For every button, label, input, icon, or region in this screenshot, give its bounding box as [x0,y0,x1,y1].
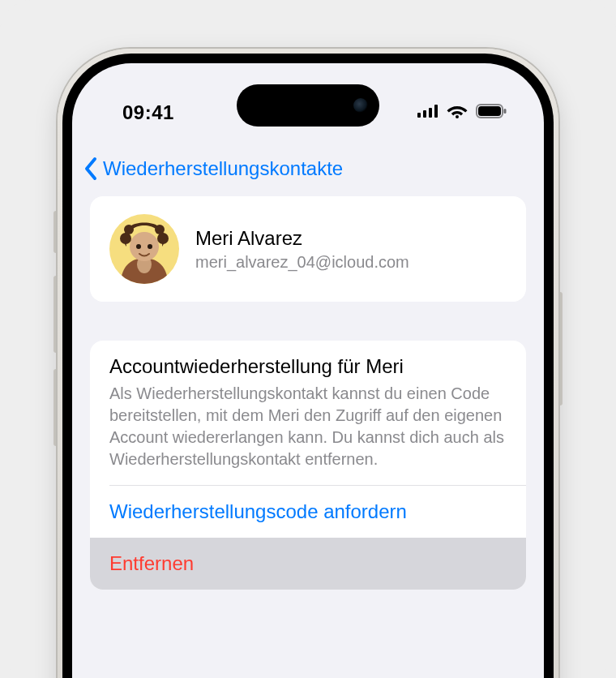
contact-email: meri_alvarez_04@icloud.com [195,253,409,272]
back-button[interactable]: Wiederherstellungskontakte [82,157,343,181]
cellular-icon [417,105,438,121]
back-button-label: Wiederherstellungskontakte [103,157,343,180]
svg-rect-3 [434,105,438,118]
recovery-description: Als Wiederherstellungskontakt kannst du … [109,383,507,470]
svg-rect-2 [429,108,432,118]
svg-rect-1 [423,110,426,118]
svg-rect-6 [478,106,501,116]
chevron-left-icon [82,157,100,181]
contact-name: Meri Alvarez [195,227,409,250]
svg-point-11 [130,232,159,261]
svg-rect-0 [417,113,421,118]
svg-rect-7 [504,109,507,114]
battery-icon [476,104,507,122]
request-recovery-code-button[interactable]: Wiederherstellungscode anfordern [90,486,526,538]
svg-point-17 [148,244,152,249]
recovery-card: Accountwiederherstellung für Meri Als Wi… [90,341,526,590]
svg-point-13 [157,233,169,244]
svg-point-12 [120,233,131,244]
wifi-icon [447,104,468,122]
recovery-header: Accountwiederherstellung für Meri Als Wi… [90,341,526,485]
svg-point-16 [136,244,141,249]
remove-button[interactable]: Entfernen [90,538,526,590]
spacer [90,302,526,341]
navigation-bar: Wiederherstellungskontakte [72,144,544,193]
contact-info: Meri Alvarez meri_alvarez_04@icloud.com [195,227,409,272]
svg-point-15 [155,225,165,234]
screen-content: Meri Alvarez meri_alvarez_04@icloud.com … [72,196,544,678]
iphone-mock: 09:41 [58,49,558,678]
svg-point-4 [456,115,459,118]
recovery-title: Accountwiederherstellung für Meri [109,355,507,378]
page-background: 09:41 [0,0,616,678]
front-camera-icon [353,98,368,113]
contact-card: Meri Alvarez meri_alvarez_04@icloud.com [90,196,526,302]
svg-point-14 [124,225,134,234]
dynamic-island [237,84,379,127]
status-indicators [417,104,507,122]
phone-screen: 09:41 [72,63,544,678]
avatar [109,214,179,284]
status-time: 09:41 [122,101,174,124]
